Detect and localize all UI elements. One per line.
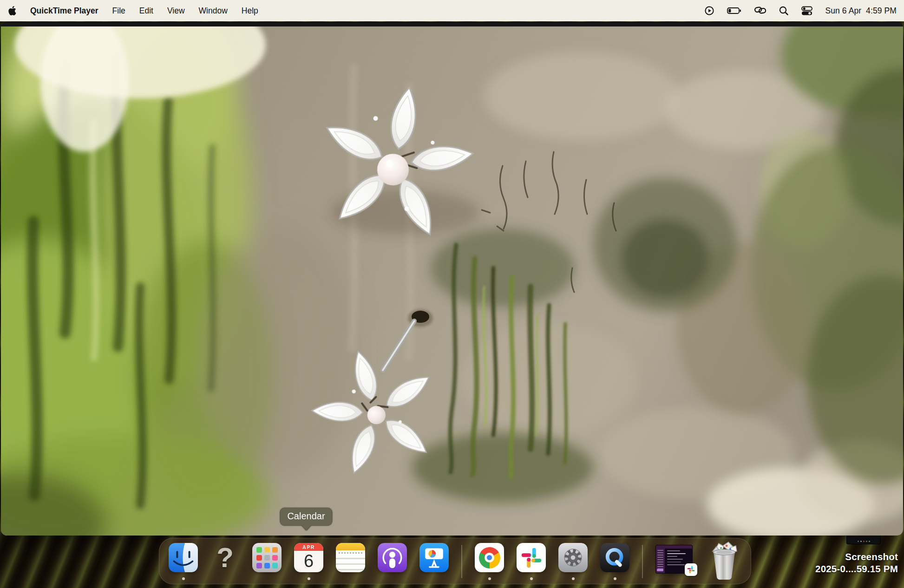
running-indicator: [572, 577, 575, 580]
dock-item-system-settings[interactable]: [558, 543, 588, 572]
macos-desktop: QuickTime Player File Edit View Window H…: [0, 0, 904, 588]
running-indicator: [488, 577, 491, 580]
running-indicator: [614, 577, 616, 580]
question-mark-icon: ?: [210, 543, 240, 572]
system-settings-icon: [558, 543, 588, 572]
quicktime-player-window[interactable]: [1, 22, 903, 536]
podcasts-icon: [378, 543, 407, 572]
launchpad-icon: [252, 543, 282, 572]
slack-badge-icon: [685, 563, 697, 576]
tooltip-arrow: [301, 525, 311, 530]
dock-item-keynote[interactable]: [419, 543, 449, 572]
dock-item-podcasts[interactable]: [378, 543, 407, 572]
play-circle-icon[interactable]: [704, 6, 714, 16]
file-label-line2: 2025-0....59.15 PM: [815, 563, 898, 575]
dock: ? APR 6: [159, 538, 751, 584]
dock-item-chrome[interactable]: [475, 543, 504, 572]
dock-divider: [642, 545, 643, 578]
menu-help[interactable]: Help: [242, 6, 258, 16]
spotlight-search-icon[interactable]: [779, 6, 789, 16]
menu-window[interactable]: Window: [199, 6, 228, 16]
dock-item-launchpad[interactable]: [252, 543, 282, 572]
battery-low-icon[interactable]: [727, 6, 741, 16]
chrome-icon: [475, 543, 504, 572]
notes-icon: [336, 543, 365, 572]
dock-item-notes[interactable]: [336, 543, 365, 572]
trash-full-icon: [707, 540, 741, 580]
menu-edit[interactable]: Edit: [139, 6, 153, 16]
launchpad-grid: [256, 547, 278, 568]
running-indicator: [530, 577, 533, 580]
running-indicator: [308, 577, 310, 580]
finder-icon: [169, 543, 198, 572]
menu-bar-clock[interactable]: Sun 6 Apr 4:59 PM: [825, 6, 897, 16]
control-center-icon[interactable]: [801, 6, 812, 16]
dock-tooltip-label: Calendar: [280, 508, 332, 525]
dock-item-quicktime[interactable]: [600, 543, 629, 572]
keynote-icon: [419, 543, 449, 572]
file-label-line1: Screenshot: [815, 551, 898, 563]
apple-menu-icon[interactable]: [8, 6, 16, 15]
dock-tooltip: Calendar: [280, 508, 332, 530]
dock-divider: [461, 545, 462, 578]
menu-file[interactable]: File: [112, 6, 125, 16]
dock-item-help[interactable]: ?: [210, 543, 240, 572]
dock-item-trash[interactable]: [707, 540, 741, 580]
running-indicator: [182, 577, 185, 580]
dock-item-minimized-slack-window[interactable]: [655, 545, 694, 574]
link-icon[interactable]: [754, 6, 766, 16]
quicktime-icon: [600, 543, 629, 572]
calendar-day: 6: [294, 550, 323, 572]
menu-bar: QuickTime Player File Edit View Window H…: [0, 0, 904, 21]
slack-icon: [517, 543, 546, 572]
photo-crystal-flowers-on-mossy-stone: [1, 26, 903, 536]
dock-item-slack[interactable]: [517, 543, 546, 572]
active-app-name[interactable]: QuickTime Player: [30, 6, 98, 16]
dock-item-calendar[interactable]: APR 6: [294, 543, 323, 572]
menu-view[interactable]: View: [167, 6, 185, 16]
calendar-icon: APR 6: [294, 543, 323, 572]
screenshot-file-label[interactable]: Screenshot 2025-0....59.15 PM: [815, 551, 898, 575]
dock-item-finder[interactable]: [169, 543, 198, 572]
